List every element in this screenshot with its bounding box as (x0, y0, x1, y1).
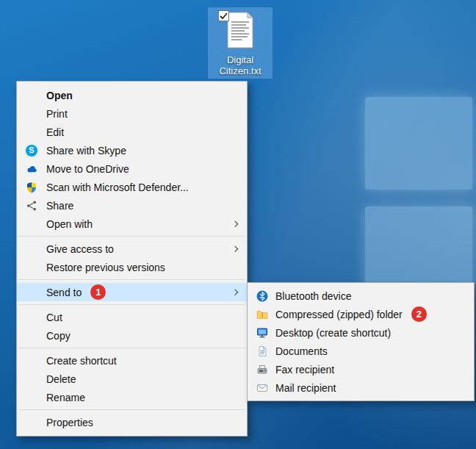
menu-item-label: Share (46, 200, 73, 212)
menu-item-label: Rename (46, 392, 85, 403)
menu-item-label: Properties (46, 417, 93, 428)
file-name-label: Digital Citizen.txt (208, 54, 273, 76)
menu-item-share[interactable]: Share (17, 196, 247, 215)
menu-item-rename[interactable]: Rename (17, 388, 247, 406)
submenu-arrow-icon (232, 220, 238, 226)
submenu-item-compressed-zipped-folder[interactable]: Compressed (zipped) folder 2 (248, 305, 474, 323)
selection-checkbox-icon[interactable] (218, 10, 229, 21)
submenu-item-desktop-create-shortcut[interactable]: Desktop (create shortcut) (248, 323, 474, 342)
menu-item-cut[interactable]: Cut (17, 308, 247, 326)
menu-separator (18, 409, 245, 410)
menu-item-label: Give access to (46, 243, 114, 255)
menu-item-copy[interactable]: Copy (17, 326, 247, 345)
menu-item-label: Edit (46, 126, 64, 138)
submenu-item-bluetooth-device[interactable]: Bluetooth device (248, 287, 474, 305)
icon-slot (24, 373, 39, 385)
menu-item-label: Create shortcut (46, 355, 117, 367)
menu-item-label: Delete (46, 373, 76, 385)
submenu-item-label: Bluetooth device (275, 290, 352, 302)
menu-separator (18, 348, 245, 348)
menu-item-move-to-onedrive[interactable]: Move to OneDrive (17, 159, 247, 178)
menu-item-label: Restore previous versions (46, 262, 165, 273)
context-menu: Open Print Edit S Share with Skype Move … (16, 81, 248, 437)
icon-slot (24, 330, 39, 342)
share-icon (26, 200, 37, 212)
menu-item-share-with-skype[interactable]: S Share with Skype (17, 141, 247, 159)
wallpaper-window-pane (365, 97, 472, 190)
menu-item-label: Open with (46, 218, 93, 230)
menu-item-label: Move to OneDrive (46, 163, 129, 175)
menu-item-open[interactable]: Open (17, 86, 247, 104)
menu-item-label: Send to (46, 287, 82, 298)
menu-item-label: Open (46, 90, 73, 101)
file-icon[interactable] (208, 10, 273, 51)
icon-slot (24, 262, 39, 273)
icon-slot (24, 392, 39, 403)
menu-item-label: Cut (46, 312, 62, 323)
text-document-icon (226, 12, 255, 49)
skype-icon: S (26, 145, 37, 157)
icon-slot (24, 90, 39, 101)
submenu-item-fax-recipient[interactable]: Fax recipient (248, 360, 474, 378)
menu-separator (18, 236, 245, 237)
menu-item-label: Print (46, 108, 68, 120)
menu-item-open-with[interactable]: Open with (17, 215, 247, 233)
wallpaper-window-pane (365, 206, 472, 295)
menu-item-send-to[interactable]: Send to 1 (17, 283, 247, 301)
icon-slot (24, 355, 39, 367)
fax-icon (256, 364, 268, 376)
submenu-arrow-icon (232, 289, 238, 295)
menu-item-properties[interactable]: Properties (17, 413, 247, 431)
menu-item-edit[interactable]: Edit (17, 123, 247, 141)
desktop-monitor-icon (256, 327, 268, 339)
annotation-step-2-badge: 2 (411, 306, 427, 322)
menu-item-label: Scan with Microsoft Defender... (46, 182, 189, 193)
icon-slot (24, 417, 39, 428)
desktop-file-digital-citizen[interactable]: Digital Citizen.txt (208, 7, 273, 79)
submenu-item-documents[interactable]: Documents (248, 342, 474, 360)
submenu-item-label: Desktop (create shortcut) (275, 327, 391, 339)
menu-item-create-shortcut[interactable]: Create shortcut (17, 351, 247, 370)
submenu-item-label: Mail recipient (275, 382, 336, 394)
menu-item-restore-previous-versions[interactable]: Restore previous versions (17, 258, 247, 276)
icon-slot (24, 287, 39, 298)
submenu-arrow-icon (232, 245, 238, 251)
menu-item-print[interactable]: Print (17, 104, 247, 123)
menu-separator (18, 304, 245, 305)
mail-envelope-icon (256, 382, 268, 394)
send-to-submenu: Bluetooth device Compressed (zipped) fol… (247, 282, 475, 401)
submenu-item-label: Fax recipient (275, 364, 334, 376)
icon-slot (24, 108, 39, 120)
menu-item-scan-with-defender[interactable]: Scan with Microsoft Defender... (17, 178, 247, 196)
menu-item-label: Share with Skype (46, 145, 126, 157)
bluetooth-icon (256, 290, 268, 302)
onedrive-icon (26, 163, 37, 175)
icon-slot (24, 218, 39, 230)
icon-slot (24, 312, 39, 323)
icon-slot (24, 243, 39, 255)
defender-shield-icon (26, 182, 37, 193)
annotation-step-1-badge: 1 (90, 284, 106, 300)
zip-folder-icon (256, 309, 268, 320)
submenu-item-label: Documents (275, 345, 328, 357)
submenu-item-mail-recipient[interactable]: Mail recipient (248, 378, 474, 397)
menu-item-label: Copy (46, 330, 71, 342)
menu-item-give-access-to[interactable]: Give access to (17, 240, 247, 258)
menu-separator (18, 279, 245, 280)
icon-slot (24, 126, 39, 138)
submenu-item-label: Compressed (zipped) folder (275, 309, 403, 320)
menu-item-delete[interactable]: Delete (17, 370, 247, 388)
documents-icon (256, 345, 268, 357)
